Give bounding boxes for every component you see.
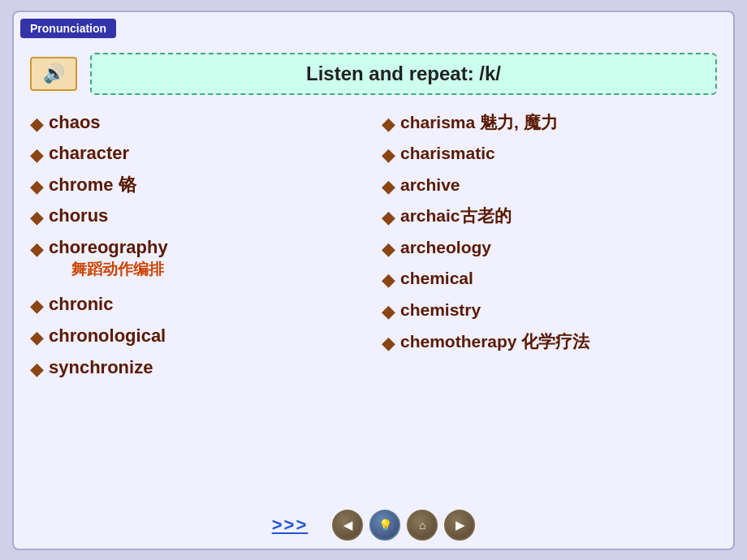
- bullet-icon: ◆: [382, 238, 395, 261]
- bullet-icon: ◆: [382, 332, 395, 355]
- word-label: archive: [400, 174, 460, 196]
- title-bar: Pronunciation: [20, 19, 116, 38]
- listen-box: Listen and repeat: /k/: [90, 53, 717, 95]
- bullet-icon: ◆: [382, 175, 395, 199]
- list-item: ◆ archeology: [382, 236, 717, 261]
- word-label: archeology: [400, 236, 491, 258]
- bullet-icon: ◆: [30, 206, 44, 230]
- list-item: ◆ charismatic: [382, 142, 717, 167]
- word-label: chorus: [49, 205, 108, 228]
- next-link[interactable]: >>>: [272, 515, 309, 536]
- list-item: ◆ chemotherapy 化学疗法: [382, 330, 717, 355]
- list-item: ◆ chorus: [30, 205, 365, 230]
- bottom-nav: >>> ◀ 💡 ⌂ ▶: [14, 510, 733, 541]
- list-item: ◆ chrome 铬: [30, 174, 365, 199]
- word-label: charismatic: [400, 142, 495, 164]
- word-label: chaos: [49, 111, 101, 135]
- bullet-icon: ◆: [382, 144, 395, 167]
- list-item: ◆ chemistry: [382, 299, 717, 324]
- list-item: ◆ choreography 舞蹈动作编排: [30, 236, 365, 287]
- word-label: chemistry: [400, 299, 481, 321]
- word-label: choreography: [49, 236, 168, 260]
- list-item: ◆ chaos: [30, 111, 365, 136]
- list-item: ◆ archaic古老的: [382, 205, 717, 230]
- list-item: ◆ charisma 魅力, 魔力: [382, 111, 717, 136]
- word-label: chronological: [49, 325, 166, 348]
- word-label: chronic: [49, 293, 113, 317]
- word-sub: 舞蹈动作编排: [49, 259, 168, 280]
- home-button[interactable]: ⌂: [407, 510, 438, 541]
- word-label: charisma 魅力, 魔力: [400, 111, 558, 133]
- left-column: ◆ chaos ◆ character ◆ chrome 铬 ◆ chorus …: [30, 111, 365, 388]
- bullet-icon: ◆: [30, 295, 44, 318]
- listen-text: Listen and repeat: /k/: [306, 62, 501, 84]
- home-icon: ⌂: [419, 519, 425, 532]
- list-item: ◆ chemical: [382, 267, 717, 292]
- forward-button[interactable]: ▶: [444, 510, 475, 541]
- back-icon: ◀: [343, 519, 352, 532]
- bullet-icon: ◆: [30, 358, 44, 381]
- speaker-button[interactable]: 🔊: [30, 57, 77, 91]
- forward-icon: ▶: [456, 519, 464, 532]
- info-icon: 💡: [378, 519, 392, 532]
- list-item: ◆ chronic: [30, 293, 365, 318]
- list-item: ◆ character: [30, 142, 365, 167]
- slide-container: Pronunciation 🔊 Listen and repeat: /k/ ◆…: [12, 11, 735, 550]
- nav-buttons: ◀ 💡 ⌂ ▶: [332, 510, 475, 541]
- title-text: Pronunciation: [30, 22, 106, 35]
- bullet-icon: ◆: [30, 144, 44, 167]
- info-button[interactable]: 💡: [369, 510, 400, 541]
- word-label: chemotherapy 化学疗法: [400, 330, 589, 352]
- list-item: ◆ synchronize: [30, 356, 365, 381]
- bullet-icon: ◆: [382, 206, 395, 230]
- header-area: 🔊 Listen and repeat: /k/: [14, 41, 733, 103]
- back-button[interactable]: ◀: [332, 510, 363, 541]
- word-label: synchronize: [49, 356, 153, 380]
- bullet-icon: ◆: [382, 269, 395, 292]
- bullet-icon: ◆: [382, 300, 395, 324]
- speaker-icon: 🔊: [43, 63, 65, 84]
- word-label: character: [49, 142, 129, 166]
- bullet-icon: ◆: [30, 175, 44, 199]
- word-label: archaic古老的: [400, 205, 512, 226]
- list-item: ◆ archive: [382, 174, 717, 199]
- bullet-icon: ◆: [382, 113, 395, 136]
- bullet-icon: ◆: [30, 113, 44, 136]
- bullet-icon: ◆: [30, 326, 44, 350]
- bullet-icon: ◆: [30, 238, 44, 261]
- word-with-sub: choreography 舞蹈动作编排: [49, 236, 168, 287]
- word-label: chrome 铬: [49, 174, 136, 197]
- content-area: ◆ chaos ◆ character ◆ chrome 铬 ◆ chorus …: [14, 103, 733, 388]
- list-item: ◆ chronological: [30, 325, 365, 350]
- word-label: chemical: [400, 267, 473, 289]
- right-column: ◆ charisma 魅力, 魔力 ◆ charismatic ◆ archiv…: [382, 111, 717, 388]
